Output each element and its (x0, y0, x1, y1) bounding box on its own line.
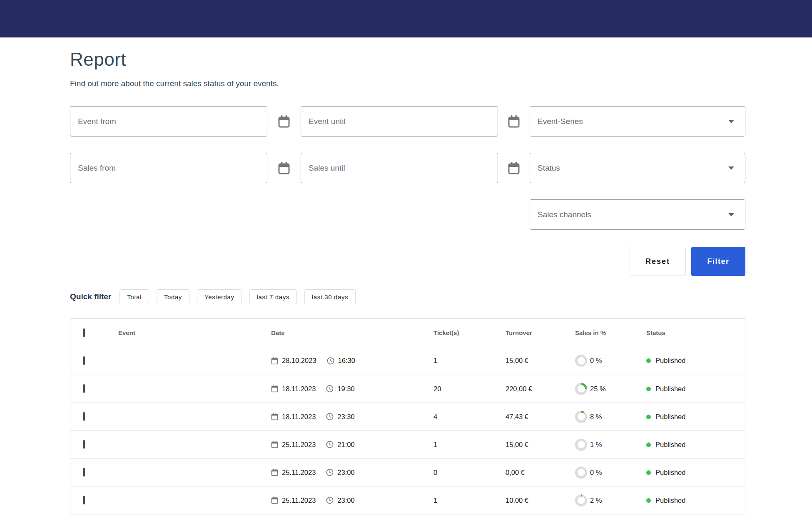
row-checkbox[interactable] (83, 356, 85, 365)
filter-actions: Reset Filter (70, 247, 745, 276)
sales-percentage: 0 % (590, 357, 602, 365)
status-dot-icon (646, 498, 651, 503)
sales-until-input[interactable] (301, 153, 498, 183)
chevron-down-icon (728, 213, 734, 216)
tickets-count: 1 (433, 357, 506, 365)
sales-channels-select[interactable]: Sales channels (530, 199, 745, 230)
event-time: 23:00 (337, 469, 354, 477)
column-header-turnover: Turnover (506, 329, 575, 336)
calendar-icon (271, 497, 278, 504)
event-from-input[interactable] (70, 106, 267, 137)
status-label: Published (655, 385, 685, 393)
event-date: 25.11.2023 (282, 441, 316, 449)
row-checkbox[interactable] (83, 412, 85, 421)
calendar-icon[interactable] (267, 115, 301, 128)
column-header-tickets: Ticket(s) (433, 329, 506, 336)
sales-progress-donut (575, 383, 587, 395)
quick-filter-chip-today[interactable]: Today (157, 289, 189, 304)
calendar-icon (271, 385, 278, 392)
tickets-count: 1 (433, 497, 506, 504)
tickets-count: 1 (433, 441, 506, 449)
report-page: Report Find out more about the current s… (0, 49, 812, 514)
event-time: 21:00 (337, 441, 354, 449)
quick-filter-chip-yesterday[interactable]: Yesterday (197, 289, 242, 304)
clock-icon (326, 413, 334, 420)
clock-icon (326, 497, 334, 504)
status-label: Published (655, 413, 685, 421)
sales-percentage: 2 % (590, 497, 602, 504)
turnover-value: 0,00 € (506, 469, 575, 477)
sales-progress-donut (575, 467, 587, 479)
status-label: Published (655, 469, 685, 477)
filter-form: Event-Series Status (70, 106, 745, 246)
clock-icon (326, 469, 334, 476)
quick-filter-label: Quick filter (70, 292, 111, 301)
status-dot-icon (646, 387, 651, 391)
calendar-icon (271, 469, 278, 476)
turnover-value: 47,43 € (506, 413, 575, 421)
table-row[interactable]: 25.11.2023 23:00 1 10,00 € 2 % Published (70, 486, 745, 514)
status-dot-icon (646, 358, 651, 363)
event-time: 16:30 (338, 357, 355, 365)
sales-percentage: 25 % (590, 385, 606, 393)
turnover-value: 15,00 € (506, 441, 575, 449)
event-date: 18.11.2023 (282, 413, 316, 421)
event-time: 23:30 (337, 413, 354, 421)
page-title: Report (70, 49, 745, 70)
event-until-input[interactable] (301, 106, 498, 137)
column-header-date: Date (271, 329, 433, 336)
event-series-select[interactable]: Event-Series (530, 106, 745, 137)
event-date: 25.11.2023 (282, 469, 316, 477)
quick-filter-chip-last-30-days[interactable]: last 30 days (304, 289, 356, 304)
row-checkbox[interactable] (83, 384, 85, 393)
column-header-status: Status (646, 329, 745, 336)
clock-icon (326, 441, 334, 448)
status-label: Published (655, 441, 685, 449)
quick-filter-chip-total[interactable]: Total (120, 289, 149, 304)
calendar-icon (271, 441, 278, 448)
event-series-select-label: Event-Series (538, 117, 583, 126)
calendar-icon[interactable] (267, 161, 301, 175)
tickets-count: 4 (433, 413, 506, 421)
chevron-down-icon (728, 166, 734, 170)
turnover-value: 220,00 € (506, 385, 575, 393)
quick-filter-chip-last-7-days[interactable]: last 7 days (249, 289, 297, 304)
event-date: 25.11.2023 (282, 497, 316, 504)
event-time: 23:00 (337, 497, 354, 504)
reset-button[interactable]: Reset (630, 247, 686, 276)
event-date: 18.11.2023 (282, 385, 316, 393)
tickets-count: 0 (433, 469, 506, 477)
status-select[interactable]: Status (530, 153, 745, 183)
clock-icon (327, 357, 334, 365)
sales-from-input[interactable] (70, 153, 267, 183)
table-row[interactable]: 25.11.2023 23:00 0 0,00 € 0 % Published (70, 458, 745, 486)
table-row[interactable]: 25.11.2023 21:00 1 15,00 € 1 % Published (70, 430, 745, 458)
column-header-sales: Sales in % (575, 329, 646, 336)
row-checkbox[interactable] (83, 440, 85, 449)
calendar-icon[interactable] (498, 115, 530, 128)
status-dot-icon (646, 415, 651, 419)
sales-progress-donut (575, 439, 587, 451)
event-date: 28.10.2023 (282, 357, 316, 365)
clock-icon (326, 385, 334, 392)
calendar-icon (271, 357, 278, 365)
turnover-value: 10,00 € (506, 497, 575, 504)
table-row[interactable]: 18.11.2023 23:30 4 47,43 € 8 % Published (70, 402, 745, 430)
events-report-table: Event Date Ticket(s) Turnover Sales in %… (70, 318, 745, 514)
quick-filter-bar: Quick filter TotalTodayYesterdaylast 7 d… (70, 289, 745, 304)
status-label: Published (655, 357, 685, 365)
status-dot-icon (646, 442, 651, 447)
sales-progress-donut (575, 355, 587, 367)
sales-progress-donut (575, 494, 587, 507)
row-checkbox[interactable] (83, 496, 85, 504)
filter-button[interactable]: Filter (691, 247, 745, 276)
calendar-icon[interactable] (498, 161, 530, 175)
select-all-checkbox[interactable] (83, 328, 85, 337)
table-row[interactable]: 28.10.2023 16:30 1 15,00 € 0 % Published (70, 347, 745, 375)
row-checkbox[interactable] (83, 468, 85, 477)
status-dot-icon (646, 470, 651, 475)
sales-percentage: 8 % (590, 413, 602, 421)
sales-percentage: 1 % (590, 441, 602, 449)
table-row[interactable]: 18.11.2023 19:30 20 220,00 € 25 % Publis… (70, 375, 745, 402)
sales-percentage: 0 % (590, 469, 602, 477)
